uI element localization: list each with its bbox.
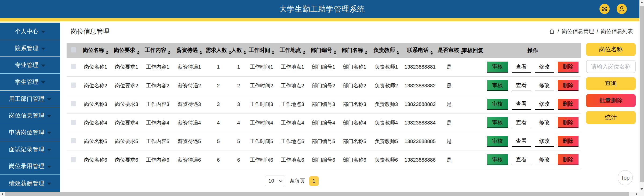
horizontal-scrollbar[interactable] — [0, 192, 639, 196]
page-size-select[interactable]: 10 — [265, 176, 285, 186]
column-header-name[interactable]: 岗位名称 — [80, 43, 111, 58]
edit-button[interactable]: 修改 — [535, 80, 554, 91]
column-header-content[interactable]: 工作内容 — [142, 43, 173, 58]
user-button[interactable] — [617, 4, 627, 14]
search-panel: 岗位名称 查询 批量删除 统计 — [586, 43, 636, 124]
audit-button[interactable]: 审核 — [487, 99, 508, 110]
breadcrumb-item-job-info-mgmt[interactable]: 岗位信息管理 — [562, 28, 594, 35]
sidebar-item-job-info-mgmt[interactable]: 岗位信息管理 — [0, 107, 60, 124]
sort-icon[interactable] — [334, 51, 336, 55]
sort-icon[interactable] — [137, 51, 140, 55]
column-header-select — [67, 43, 80, 58]
breadcrumb-item-job-info-list[interactable]: 岗位信息列表 — [601, 28, 633, 35]
sidebar-item-student-mgmt[interactable]: 学生管理 — [0, 74, 60, 91]
sort-icon[interactable] — [430, 51, 433, 55]
view-button[interactable]: 查看 — [512, 62, 531, 73]
audit-button[interactable]: 审核 — [487, 80, 508, 91]
cell-time: 工作时间6 — [246, 151, 277, 169]
delete-button[interactable]: 删除 — [558, 62, 578, 73]
column-label: 部门名称 — [342, 47, 363, 53]
fullscreen-button[interactable] — [599, 4, 610, 14]
edit-button[interactable]: 修改 — [535, 117, 554, 128]
vertical-scrollbar[interactable] — [639, 0, 644, 192]
audit-button[interactable]: 审核 — [487, 62, 508, 73]
view-button[interactable]: 查看 — [512, 80, 531, 91]
view-button[interactable]: 查看 — [512, 117, 531, 128]
job-name-label-button[interactable]: 岗位名称 — [586, 43, 636, 56]
row-checkbox[interactable] — [71, 64, 76, 69]
sidebar-item-personal-center[interactable]: 个人中心 — [0, 23, 60, 40]
row-checkbox[interactable] — [71, 157, 76, 162]
edit-button[interactable]: 修改 — [535, 99, 554, 110]
cell-teacher: 负责教师4 — [370, 113, 403, 132]
cell-demand: 2 — [206, 76, 231, 95]
sort-icon[interactable] — [396, 51, 399, 55]
cell-headcount: 6 — [231, 151, 246, 169]
page-1-button[interactable]: 1 — [309, 176, 319, 186]
sort-icon[interactable] — [106, 51, 108, 55]
row-checkbox[interactable] — [71, 138, 76, 143]
home-icon[interactable] — [549, 28, 555, 34]
delete-button[interactable]: 删除 — [558, 136, 578, 147]
scroll-up-arrow-icon[interactable] — [641, 1, 643, 3]
view-button[interactable]: 查看 — [512, 136, 531, 147]
row-checkbox[interactable] — [71, 101, 76, 106]
audit-button[interactable]: 审核 — [487, 117, 508, 128]
cell-select — [67, 132, 80, 151]
cell-reply — [461, 58, 485, 76]
column-header-audited[interactable]: 是否审核 — [438, 43, 460, 58]
sort-icon[interactable] — [365, 51, 368, 55]
edit-button[interactable]: 修改 — [535, 136, 554, 147]
column-header-requirement[interactable]: 岗位要求 — [111, 43, 142, 58]
select-all-checkbox[interactable] — [71, 47, 76, 52]
column-header-time[interactable]: 工作时间 — [246, 43, 277, 58]
query-button[interactable]: 查询 — [586, 77, 636, 90]
sidebar-item-faculty-mgmt[interactable]: 院系管理 — [0, 40, 60, 57]
row-checkbox[interactable] — [71, 83, 76, 88]
column-header-headcount[interactable]: 人数 — [231, 43, 246, 58]
sidebar-item-job-hiring-mgmt[interactable]: 岗位录用管理 — [0, 158, 60, 175]
column-header-salary[interactable]: 薪资待遇 — [173, 43, 206, 58]
cell-location: 工作地点4 — [277, 113, 308, 132]
batch-delete-button[interactable]: 批量删除 — [586, 94, 636, 107]
audit-button[interactable]: 审核 — [487, 154, 508, 165]
scroll-left-arrow-icon[interactable] — [1, 193, 3, 195]
edit-button[interactable]: 修改 — [535, 154, 554, 165]
scroll-down-arrow-icon[interactable] — [641, 188, 643, 190]
edit-button[interactable]: 修改 — [535, 62, 554, 73]
delete-button[interactable]: 删除 — [558, 99, 578, 110]
sort-icon[interactable] — [168, 51, 170, 55]
audit-button[interactable]: 审核 — [487, 136, 508, 147]
sort-icon[interactable] — [243, 51, 246, 55]
cell-time: 工作时间2 — [246, 76, 277, 95]
sidebar-item-job-application-mgmt[interactable]: 申请岗位管理 — [0, 124, 60, 141]
delete-button[interactable]: 删除 — [558, 80, 578, 91]
scroll-right-arrow-icon[interactable] — [636, 193, 638, 195]
column-header-phone[interactable]: 联系电话 — [402, 43, 438, 58]
column-header-dept_name[interactable]: 部门名称 — [339, 43, 370, 58]
sidebar-item-major-mgmt[interactable]: 专业管理 — [0, 57, 60, 74]
row-checkbox[interactable] — [71, 120, 76, 125]
sort-icon[interactable] — [272, 51, 274, 55]
column-header-teacher[interactable]: 负责教师 — [370, 43, 403, 58]
delete-button[interactable]: 删除 — [558, 154, 578, 165]
stats-button[interactable]: 统计 — [586, 111, 636, 124]
vertical-scrollbar-thumb[interactable] — [640, 6, 644, 182]
column-header-demand[interactable]: 需求人数 — [206, 43, 231, 58]
job-name-input[interactable] — [586, 60, 636, 73]
sidebar-item-performance-pay-mgmt[interactable]: 绩效薪酬管理 — [0, 175, 60, 192]
view-button[interactable]: 查看 — [512, 99, 531, 110]
cell-content: 工作内容3 — [142, 95, 173, 113]
sidebar-item-interview-record-mgmt[interactable]: 面试记录管理 — [0, 141, 60, 158]
view-button[interactable]: 查看 — [512, 154, 531, 165]
sort-icon[interactable] — [303, 51, 305, 55]
cell-demand: 3 — [206, 95, 231, 113]
column-header-location[interactable]: 工作地点 — [277, 43, 308, 58]
cell-dept_name: 部门名称4 — [339, 113, 370, 132]
sort-icon[interactable] — [199, 51, 202, 55]
delete-button[interactable]: 删除 — [558, 117, 578, 128]
column-header-dept_no[interactable]: 部门编号 — [308, 43, 339, 58]
sidebar-item-employer-dept-mgmt[interactable]: 用工部门管理 — [0, 91, 60, 108]
horizontal-scrollbar-thumb[interactable] — [5, 192, 629, 196]
back-to-top-button[interactable]: Top — [618, 170, 633, 185]
